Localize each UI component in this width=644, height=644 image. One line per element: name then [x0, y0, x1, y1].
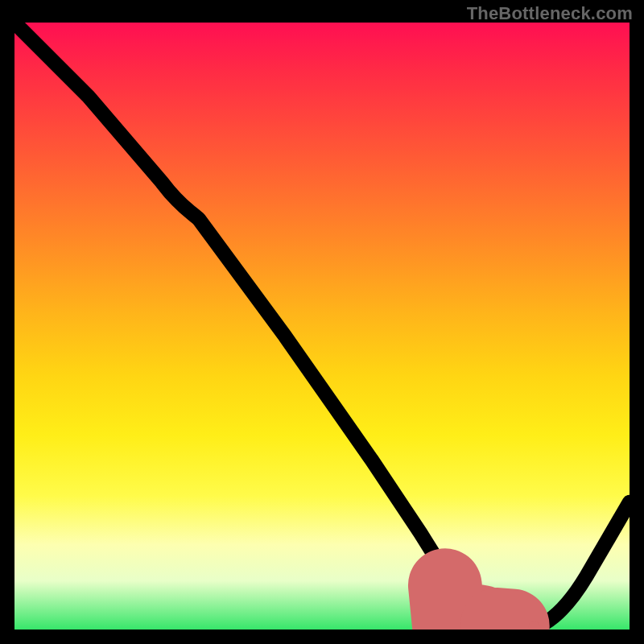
optimal-range-segment-2: [497, 625, 513, 626]
bottleneck-curve: [14, 23, 630, 630]
chart-svg: [14, 23, 630, 630]
watermark-text: TheBottleneck.com: [467, 3, 633, 24]
plot-area: [14, 23, 630, 630]
